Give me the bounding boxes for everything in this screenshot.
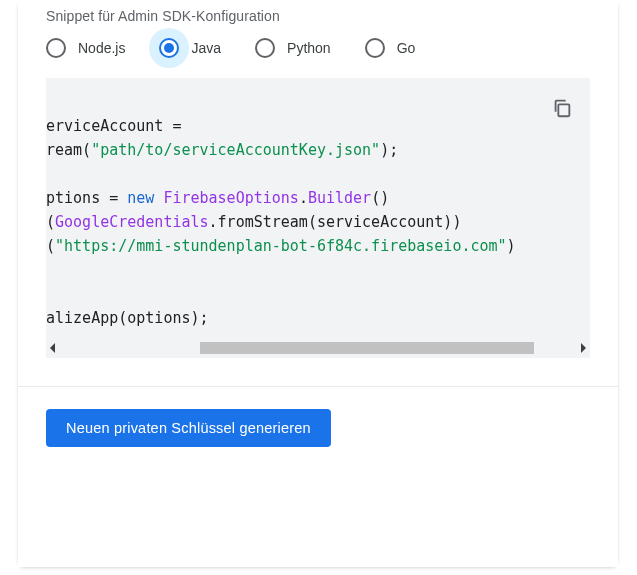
lang-java-radio[interactable]: Java <box>159 38 221 58</box>
lang-label: Java <box>191 40 221 56</box>
horizontal-scrollbar[interactable] <box>46 340 590 358</box>
code-token: Builder <box>308 189 371 207</box>
generate-key-button[interactable]: Neuen privaten Schlüssel generieren <box>46 409 331 447</box>
copy-button[interactable] <box>548 94 576 122</box>
code-token: ) <box>507 237 516 255</box>
language-radio-group: Node.js Java Python Go <box>46 38 590 78</box>
lang-python-radio[interactable]: Python <box>255 38 331 58</box>
code-token: FirebaseOptions <box>163 189 298 207</box>
code-content[interactable]: erviceAccount = ream("path/to/serviceAcc… <box>46 106 590 340</box>
code-snippet-box: erviceAccount = ream("path/to/serviceAcc… <box>46 78 590 358</box>
copy-icon <box>551 97 573 119</box>
scroll-track[interactable] <box>61 342 575 354</box>
code-token: erviceAccount = <box>46 117 181 135</box>
radio-off-icon <box>46 38 66 58</box>
code-token: ptions = <box>46 189 127 207</box>
section-heading: Snippet für Admin SDK-Konfiguration <box>46 0 590 38</box>
svg-rect-0 <box>558 104 569 116</box>
radio-off-icon <box>255 38 275 58</box>
code-token: .fromStream(serviceAccount)) <box>209 213 462 231</box>
scroll-left-arrow-icon <box>50 343 55 353</box>
code-token: "https://mmi-stundenplan-bot-6f84c.fireb… <box>55 237 507 255</box>
lang-label: Go <box>397 40 416 56</box>
code-token: () <box>371 189 389 207</box>
scroll-right-arrow-icon[interactable] <box>581 343 586 353</box>
code-token: "path/to/serviceAccountKey.json" <box>91 141 380 159</box>
code-token: ( <box>46 237 55 255</box>
lang-label: Python <box>287 40 331 56</box>
code-token: ( <box>46 213 55 231</box>
code-token: ); <box>380 141 398 159</box>
code-token: new <box>127 189 154 207</box>
radio-off-icon <box>365 38 385 58</box>
code-token: ream( <box>46 141 91 159</box>
lang-label: Node.js <box>78 40 125 56</box>
code-token: alizeApp(options); <box>46 309 209 327</box>
lang-go-radio[interactable]: Go <box>365 38 416 58</box>
code-token: GoogleCredentials <box>55 213 209 231</box>
scroll-thumb[interactable] <box>200 342 534 354</box>
code-token: . <box>299 189 308 207</box>
lang-nodejs-radio[interactable]: Node.js <box>46 38 125 58</box>
